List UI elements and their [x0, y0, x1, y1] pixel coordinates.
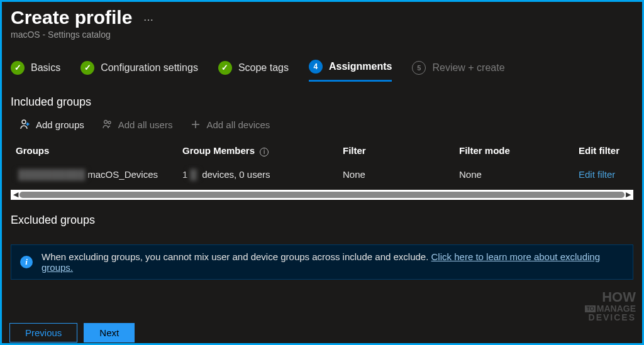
users-icon [102, 119, 113, 130]
tab-label: Assignments [329, 61, 392, 72]
col-group-members[interactable]: Group Members i [177, 141, 338, 165]
check-icon [218, 61, 232, 75]
page-subtitle: macOS - Settings catalog [11, 30, 633, 40]
tab-assignments[interactable]: 4 Assignments [309, 60, 392, 82]
add-all-users-button[interactable]: Add all users [102, 119, 173, 130]
edit-filter-link[interactable]: Edit filter [579, 169, 615, 180]
cell-group-name: ██████████macOS_Devices [11, 165, 177, 183]
check-icon [11, 61, 25, 75]
action-label: Add all devices [206, 119, 270, 130]
col-edit-filter: Edit filter [574, 141, 642, 165]
svg-point-1 [104, 121, 107, 124]
included-groups-heading: Included groups [2, 82, 642, 114]
col-groups[interactable]: Groups [11, 141, 177, 165]
user-plus-icon [19, 119, 31, 130]
tab-scope-tags[interactable]: Scope tags [218, 61, 289, 81]
col-filter[interactable]: Filter [338, 141, 454, 165]
add-groups-button[interactable]: Add groups [19, 119, 84, 130]
cell-filter: None [338, 165, 454, 183]
more-actions-icon[interactable]: ⋯ [143, 14, 155, 26]
tab-review-create[interactable]: 5 Review + create [412, 61, 504, 81]
scrollbar-thumb[interactable] [19, 192, 625, 198]
info-banner: i When excluding groups, you cannot mix … [11, 244, 633, 280]
scroll-right-icon[interactable]: ▶ [625, 190, 631, 199]
check-icon [80, 61, 94, 75]
step-number-icon: 4 [309, 60, 323, 74]
wizard-tabs: Basics Configuration settings Scope tags… [2, 43, 642, 82]
watermark: HOW TO MANAGE DEVICES [585, 290, 636, 322]
tab-label: Scope tags [238, 62, 289, 74]
action-label: Add all users [118, 119, 173, 130]
page-title: Create profile [11, 7, 132, 28]
col-filter-mode[interactable]: Filter mode [454, 141, 574, 165]
included-groups-table: Groups Group Members i Filter Filter mod… [11, 141, 642, 183]
excluded-groups-heading: Excluded groups [2, 200, 642, 232]
table-row[interactable]: ██████████macOS_Devices 1█ devices, 0 us… [11, 165, 642, 183]
previous-button[interactable]: Previous [9, 323, 77, 342]
info-icon[interactable]: i [260, 148, 269, 156]
scroll-left-icon[interactable]: ◀ [13, 190, 19, 199]
next-button[interactable]: Next [84, 323, 135, 342]
tab-label: Basics [31, 62, 60, 74]
info-icon: i [20, 256, 33, 268]
step-number-icon: 5 [412, 61, 426, 75]
cell-filter-mode: None [454, 165, 574, 183]
tab-configuration-settings[interactable]: Configuration settings [80, 61, 198, 81]
svg-point-2 [108, 121, 111, 124]
plus-icon [190, 119, 201, 130]
banner-text: When excluding groups, you cannot mix us… [42, 251, 624, 273]
add-all-devices-button[interactable]: Add all devices [190, 119, 270, 130]
horizontal-scrollbar[interactable]: ◀ ▶ [11, 190, 633, 200]
tab-basics[interactable]: Basics [11, 61, 60, 81]
svg-point-0 [22, 120, 26, 124]
action-label: Add groups [36, 119, 84, 130]
cell-group-members: 1█ devices, 0 users [177, 165, 338, 183]
tab-label: Review + create [432, 62, 504, 74]
tab-label: Configuration settings [101, 62, 198, 74]
